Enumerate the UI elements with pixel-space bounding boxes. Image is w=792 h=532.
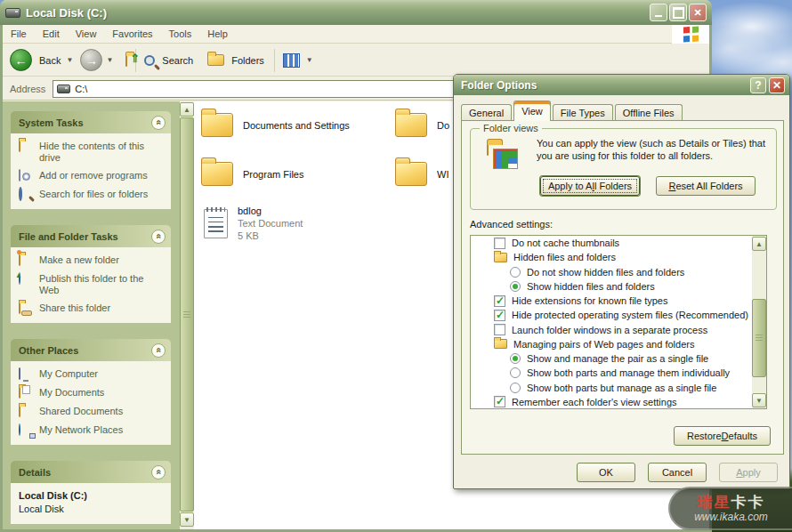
setting-both-parts-single[interactable]: Show both parts but manage as a single f… — [471, 381, 753, 395]
task-make-new-folder[interactable]: Make a new folder — [19, 254, 166, 267]
views-dropdown-caret[interactable]: ▼ — [306, 56, 313, 64]
minimize-button[interactable] — [650, 4, 667, 21]
menu-file[interactable]: File — [3, 25, 35, 43]
setting-do-not-cache-thumbnails[interactable]: Do not cache thumbnails — [471, 236, 753, 250]
scroll-down-button[interactable]: ▼ — [180, 512, 194, 527]
up-button[interactable]: ⇑ — [125, 55, 127, 66]
checkbox-checked-icon[interactable] — [494, 295, 505, 307]
link-my-documents[interactable]: My Documents — [19, 387, 166, 399]
file-tile-folder-2[interactable]: Do — [395, 113, 449, 137]
section-header[interactable]: Details — [11, 461, 171, 483]
advanced-settings-list: Do not cache thumbnails Hidden files and… — [470, 235, 767, 409]
menu-help[interactable]: Help — [199, 25, 236, 43]
forward-dropdown-caret[interactable]: ▼ — [106, 56, 113, 64]
checkbox-checked-icon[interactable] — [494, 396, 505, 407]
cancel-button[interactable]: Cancel — [648, 463, 707, 482]
checkbox-checked-icon[interactable] — [494, 310, 505, 321]
restore-defaults-button[interactable]: Restore Defaults — [674, 426, 771, 446]
menu-tools[interactable]: Tools — [161, 25, 200, 43]
file-tile-folder-4[interactable]: WI — [395, 162, 449, 186]
collapse-chevron-icon[interactable] — [151, 230, 166, 244]
folders-button-label[interactable]: Folders — [231, 55, 264, 66]
setting-show-hidden[interactable]: Show hidden files and folders — [471, 279, 753, 294]
menu-edit[interactable]: Edit — [35, 25, 68, 43]
task-publish-web[interactable]: Publish this folder to the Web — [19, 273, 166, 296]
views-icon[interactable] — [283, 53, 300, 68]
setting-launch-separate-process[interactable]: Launch folder windows in a separate proc… — [471, 323, 753, 337]
checkbox-unchecked-icon[interactable] — [494, 238, 505, 249]
scroll-down-button[interactable]: ▼ — [752, 393, 766, 407]
setting-do-not-show-hidden[interactable]: Do not show hidden files and folders — [471, 265, 753, 279]
explorer-titlebar: Local Disk (C:) — [0, 0, 712, 25]
scroll-up-button[interactable]: ▲ — [180, 102, 194, 117]
back-button-icon[interactable]: ← — [10, 49, 32, 71]
setting-remember-view-settings[interactable]: Remember each folder's view settings — [471, 395, 753, 408]
search-button-label[interactable]: Search — [162, 55, 193, 66]
dialog-close-button[interactable]: ✕ — [769, 77, 785, 93]
section-header[interactable]: Other Places — [11, 339, 171, 361]
list-scrollbar[interactable]: ▲ ▼ — [752, 236, 766, 408]
folders-icon[interactable] — [207, 54, 224, 66]
link-shared-documents[interactable]: Shared Documents — [19, 406, 166, 418]
dialog-title: Folder Options — [461, 79, 537, 92]
scroll-thumb[interactable] — [752, 299, 766, 377]
folder-icon — [494, 253, 507, 262]
tab-offline-files[interactable]: Offline Files — [615, 104, 683, 121]
link-my-network-places[interactable]: My Network Places — [19, 424, 166, 437]
setting-hide-protected-files[interactable]: Hide protected operating system files (R… — [471, 308, 753, 322]
setting-manage-individually[interactable]: Show both parts and manage them individu… — [471, 366, 753, 380]
apply-to-all-folders-button[interactable]: Apply to All Folders — [540, 176, 640, 196]
setting-pair-single-file[interactable]: Show and manage the pair as a single fil… — [471, 351, 753, 366]
file-tile-program-files[interactable]: Program Files — [201, 162, 303, 186]
search-icon[interactable] — [144, 55, 155, 66]
close-button[interactable] — [689, 4, 707, 21]
setting-hide-extensions[interactable]: Hide extensions for known file types — [471, 294, 753, 308]
apply-button[interactable]: Apply — [719, 463, 778, 482]
radio-off-icon[interactable] — [510, 267, 521, 278]
section-header[interactable]: File and Folder Tasks — [11, 225, 171, 247]
folder-views-legend: Folder views — [480, 123, 542, 133]
scroll-up-button[interactable]: ▲ — [752, 237, 766, 251]
tab-file-types[interactable]: File Types — [553, 104, 613, 121]
windows-flag-icon — [683, 26, 699, 42]
toolbar: ← Back ▼ → ▼ ⇑ Search Folders ▼ — [3, 44, 709, 77]
file-tile-bdlog[interactable]: bdlog Text Document 5 KB — [204, 206, 303, 241]
task-hide-contents[interactable]: Hide the contents of this drive — [19, 141, 166, 164]
setting-group-hidden-files[interactable]: Hidden files and folders — [471, 250, 753, 264]
ok-button[interactable]: OK — [577, 463, 635, 482]
radio-on-icon[interactable] — [510, 353, 521, 364]
setting-group-managing-pairs[interactable]: Managing pairs of Web pages and folders — [471, 337, 753, 351]
view-tab-panel: Folder views You can apply the view (suc… — [461, 120, 784, 455]
task-share-folder[interactable]: Share this folder — [19, 302, 166, 315]
link-my-computer[interactable]: My Computer — [19, 368, 166, 381]
checkbox-unchecked-icon[interactable] — [494, 324, 505, 335]
my-computer-icon — [19, 367, 20, 380]
taskpane-scrollbar[interactable]: ▲ ▼ — [180, 101, 194, 529]
radio-on-icon[interactable] — [510, 281, 521, 292]
radio-off-icon[interactable] — [510, 383, 521, 393]
network-places-icon — [19, 423, 20, 436]
forward-button-icon[interactable]: → — [80, 49, 102, 71]
back-button-label[interactable]: Back — [39, 55, 61, 66]
dialog-button-row: OK Cancel Apply — [454, 463, 789, 482]
task-add-remove-programs[interactable]: Add or remove programs — [19, 170, 166, 182]
task-search-files[interactable]: Search for files or folders — [19, 189, 166, 201]
radio-off-icon[interactable] — [510, 367, 521, 378]
collapse-chevron-icon[interactable] — [151, 116, 166, 130]
menu-favorites[interactable]: Favorites — [104, 25, 160, 43]
help-button[interactable]: ? — [750, 77, 766, 93]
watermark-brand-white: 卡卡 — [731, 494, 765, 511]
maximize-button[interactable] — [669, 4, 687, 21]
tab-general[interactable]: General — [461, 104, 512, 121]
scroll-thumb[interactable] — [180, 117, 194, 512]
back-dropdown-caret[interactable]: ▼ — [66, 56, 73, 64]
menu-view[interactable]: View — [68, 25, 105, 43]
reset-all-folders-button[interactable]: Reset All Folders — [656, 176, 756, 196]
file-tile-documents-and-settings[interactable]: Documents and Settings — [201, 113, 350, 137]
drive-contents-icon — [19, 140, 20, 152]
collapse-chevron-icon[interactable] — [151, 343, 166, 358]
tab-view[interactable]: View — [513, 101, 551, 121]
section-header[interactable]: System Tasks — [11, 111, 171, 133]
toolbar-separator — [274, 49, 275, 72]
collapse-chevron-icon[interactable] — [151, 465, 166, 480]
